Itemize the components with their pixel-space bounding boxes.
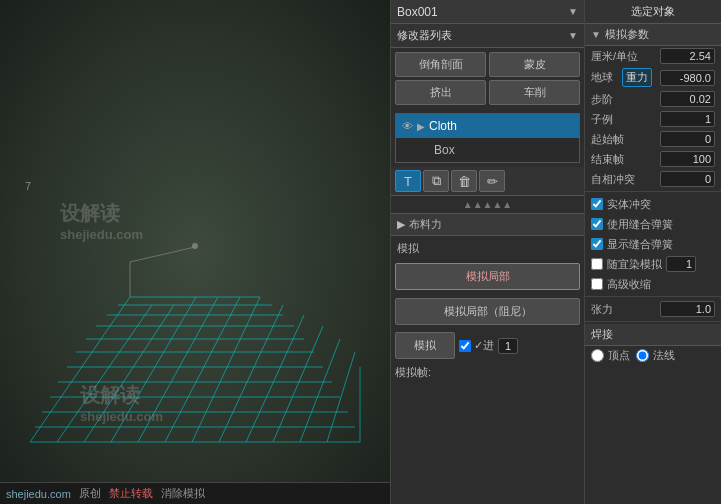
viewport-bottom-bar: shejiedu.com 原创 禁止转载 消除模拟 [0, 482, 390, 504]
stack-item-cloth-label: Cloth [429, 119, 457, 133]
weld-label: 焊接 [591, 327, 613, 342]
stack-item-cloth[interactable]: 👁 ▶ Cloth [396, 114, 579, 138]
advance-checkbox-label[interactable]: ✓进 [459, 338, 494, 353]
chevron-icon: ▶ [397, 218, 405, 231]
chk-render-sim: 随宜染模拟 [585, 254, 721, 274]
prop-val-step[interactable] [660, 91, 715, 107]
prop-label-gravity[interactable]: 重力 [622, 68, 652, 87]
chk-render-sim-label: 随宜染模拟 [607, 257, 662, 272]
weld-normal-radio[interactable] [636, 349, 649, 362]
prop-val-render-sim[interactable] [666, 256, 696, 272]
no-copy-label: 禁止转载 [109, 486, 153, 501]
weld-normal-label: 法线 [653, 348, 675, 363]
chk-solid-col-input[interactable] [591, 198, 603, 210]
modifier-list-bar[interactable]: 修改器列表 ▼ [391, 24, 584, 48]
prop-label-step: 步阶 [591, 92, 613, 107]
object-title-bar: Box001 ▼ [391, 0, 584, 24]
chk-adv-shrink-input[interactable] [591, 278, 603, 290]
chamfer-button[interactable]: 倒角剖面 [395, 52, 486, 77]
prop-val-gravity[interactable] [660, 70, 715, 86]
right-panel: Box001 ▼ 修改器列表 ▼ 倒角剖面 蒙皮 挤出 车削 👁 ▶ Cloth [390, 0, 721, 504]
select-object-label: 选定对象 [631, 4, 675, 19]
play-icon: ▶ [417, 121, 425, 132]
weld-radio-row: 顶点 法线 [585, 346, 721, 365]
chk-solid-col-label: 实体冲突 [607, 197, 651, 212]
toolbar-icon-t[interactable]: T [395, 170, 421, 192]
weld-vertex-label: 顶点 [608, 348, 630, 363]
divider-1 [585, 191, 721, 192]
original-label: 原创 [79, 486, 101, 501]
modifier-buttons: 倒角剖面 蒙皮 挤出 车削 [391, 48, 584, 109]
modifier-stack[interactable]: 👁 ▶ Cloth Box [395, 113, 580, 163]
prop-val-self-col[interactable] [660, 171, 715, 187]
prop-row-tension: 张力 [585, 299, 721, 319]
prop-label-start: 起始帧 [591, 132, 624, 147]
divider-2 [585, 296, 721, 297]
extrude-button[interactable]: 挤出 [395, 80, 486, 105]
weld-title[interactable]: 焊接 [585, 324, 721, 346]
object-name: Box001 [397, 5, 438, 19]
prop-label-end: 结束帧 [591, 152, 624, 167]
prop-row-end: 结束帧 [585, 149, 721, 169]
chk-show-spring-input[interactable] [591, 238, 603, 250]
prop-val-tension[interactable] [660, 301, 715, 317]
chk-adv-shrink: 高级收缩 [585, 274, 721, 294]
sim-local-button[interactable]: 模拟局部 [395, 263, 580, 290]
stack-item-box[interactable]: Box [396, 138, 579, 162]
toolbar-icon-copy[interactable]: ⧉ [423, 170, 449, 192]
cloth-force-header[interactable]: ▶ 布料力 [391, 213, 584, 236]
prop-label-cm: 厘米/单位 [591, 49, 638, 64]
sim-params-arrow: ▼ [591, 29, 601, 40]
toolbar-icon-edit[interactable]: ✏ [479, 170, 505, 192]
stack-item-box-label: Box [402, 143, 455, 157]
chk-show-spring: 显示缝合弹簧 [585, 234, 721, 254]
clear-sim-label: 消除模拟 [161, 486, 205, 501]
lathe-button[interactable]: 车削 [489, 80, 580, 105]
properties-panel: 选定对象 ▼ 模拟参数 厘米/单位 地球 重力 步阶 子例 起始帧 [585, 0, 721, 504]
chk-sew-spring-input[interactable] [591, 218, 603, 230]
prop-label-self-col: 自相冲突 [591, 172, 635, 187]
chk-render-sim-input[interactable] [591, 258, 603, 270]
prop-label-earth: 地球 [591, 70, 613, 85]
btn-row-1: 倒角剖面 蒙皮 [395, 52, 580, 77]
chk-show-spring-label: 显示缝合弹簧 [607, 237, 673, 252]
prop-val-sub[interactable] [660, 111, 715, 127]
prop-val-end[interactable] [660, 151, 715, 167]
select-object-bar[interactable]: 选定对象 [585, 0, 721, 24]
modifier-panel: Box001 ▼ 修改器列表 ▼ 倒角剖面 蒙皮 挤出 车削 👁 ▶ Cloth [390, 0, 585, 504]
sim-params-label: 模拟参数 [605, 27, 649, 42]
sim-frame-label: 模拟帧: [395, 365, 431, 380]
viewport[interactable]: 7 设解读 shejiedu.com 设解读 shejiedu.com shej… [0, 0, 390, 504]
weld-vertex-radio[interactable] [591, 349, 604, 362]
prop-row-cm: 厘米/单位 [585, 46, 721, 66]
site-link[interactable]: shejiedu.com [6, 488, 71, 500]
modifier-list-label: 修改器列表 [397, 28, 452, 43]
sim-section-label: 模拟 [391, 238, 584, 259]
toolbar-icon-delete[interactable]: 🗑 [451, 170, 477, 192]
sim-button[interactable]: 模拟 [395, 332, 455, 359]
prop-row-gravity: 地球 重力 [585, 66, 721, 89]
sim-row: 模拟 ✓进 1 [391, 329, 584, 362]
eye-icon: 👁 [402, 120, 413, 132]
prop-row-sub: 子例 [585, 109, 721, 129]
skin-button[interactable]: 蒙皮 [489, 52, 580, 77]
cloth-force-label: 布料力 [409, 217, 442, 232]
prop-val-start[interactable] [660, 131, 715, 147]
btn-row-2: 挤出 车削 [395, 80, 580, 105]
prop-label-tension: 张力 [591, 302, 613, 317]
weld-vertex-option: 顶点 [591, 348, 630, 363]
divider-3 [585, 321, 721, 322]
sim-frame-row: 模拟帧: [391, 362, 584, 383]
dropdown-arrow: ▼ [568, 6, 578, 17]
list-dropdown-arrow: ▼ [568, 30, 578, 41]
prop-label-sub: 子例 [591, 112, 613, 127]
prop-row-step: 步阶 [585, 89, 721, 109]
modifier-options: ▲▲▲▲▲ ▶ 布料力 模拟 模拟局部 模拟局部（阻尼） 模拟 ✓进 1 [391, 196, 584, 504]
sim-params-title[interactable]: ▼ 模拟参数 [585, 24, 721, 46]
icon-toolbar: T ⧉ 🗑 ✏ [391, 167, 584, 196]
sim-local-damping-button[interactable]: 模拟局部（阻尼） [395, 298, 580, 325]
prop-val-cm[interactable] [660, 48, 715, 64]
chk-adv-shrink-label: 高级收缩 [607, 277, 651, 292]
prop-row-start: 起始帧 [585, 129, 721, 149]
advance-checkbox[interactable] [459, 340, 471, 352]
